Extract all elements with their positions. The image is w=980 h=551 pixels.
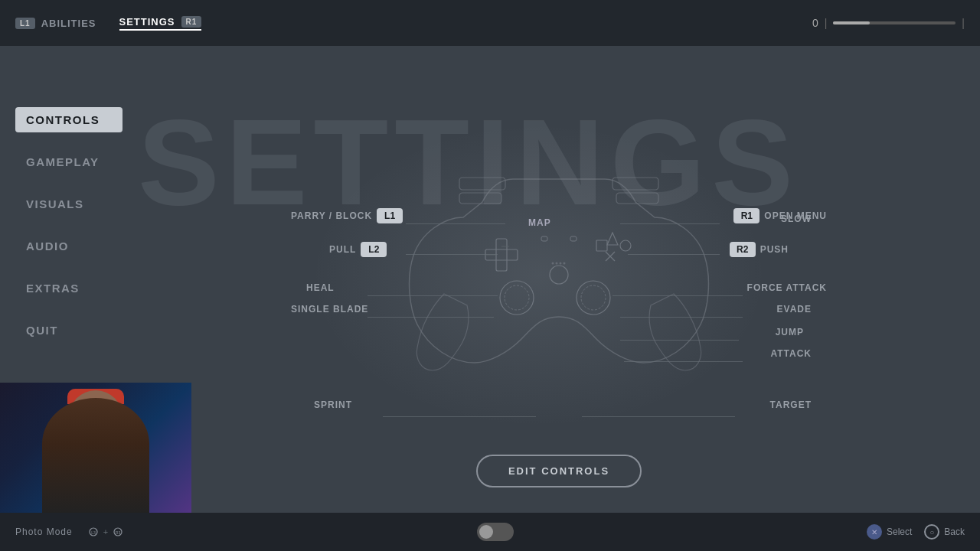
r3-icon: R3 <box>113 527 123 537</box>
photo-mode-label: Photo Mode <box>15 527 73 537</box>
label-sprint: SPRINT <box>314 397 352 411</box>
sidebar-item-visuals[interactable]: VISUALS <box>15 191 122 217</box>
toggle-container <box>477 523 514 541</box>
svg-point-13 <box>577 281 610 315</box>
controller-area: PARRY / BLOCK L1 PULL L2 HEAL SINGLE BLA… <box>291 95 827 447</box>
sidebar-item-extras[interactable]: EXTRAS <box>15 276 122 301</box>
svg-point-8 <box>620 240 631 251</box>
line-l1 <box>406 223 505 224</box>
main-content: PARRY / BLOCK L1 PULL L2 HEAL SINGLE BLA… <box>138 46 980 551</box>
svg-rect-21 <box>570 236 577 241</box>
r1-badge: R1 <box>733 208 760 223</box>
top-nav: L1 ABILITIES SETTINGS R1 0 | | <box>0 0 980 46</box>
svg-rect-20 <box>541 236 547 241</box>
score-value: 0 <box>812 17 818 29</box>
xp-bar <box>833 21 956 24</box>
label-push: R2 PUSH <box>730 242 789 257</box>
parry-block-text: PARRY / BLOCK <box>291 210 372 221</box>
sidebar-item-quit[interactable]: QUIT <box>15 318 122 343</box>
svg-rect-3 <box>616 193 658 204</box>
line-single-blade <box>368 317 494 318</box>
webcam-face <box>0 383 191 513</box>
label-single-blade: SINGLE BLADE <box>291 302 368 315</box>
line-attack <box>624 361 743 362</box>
slow-text: SLOW <box>781 214 812 224</box>
sidebar-item-gameplay[interactable]: GAMEPLAY <box>15 149 122 174</box>
l3-icon: L3 <box>88 527 99 537</box>
hint-back: ○ Back <box>924 524 965 540</box>
xp-bar-fill <box>833 21 870 24</box>
target-text: TARGET <box>770 399 812 410</box>
cross-icon: ✕ <box>867 524 882 540</box>
r2-badge: R2 <box>730 242 756 257</box>
attack-text: ATTACK <box>770 348 812 359</box>
svg-rect-1 <box>459 193 501 204</box>
svg-text:R3: R3 <box>116 530 121 535</box>
photo-mode-plus: + <box>103 527 108 536</box>
circle-icon: ○ <box>924 524 939 540</box>
settings-badge: R1 <box>181 16 202 28</box>
tab-settings[interactable]: SETTINGS R1 <box>119 16 202 31</box>
heal-text: HEAL <box>306 282 335 293</box>
sidebar-item-controls[interactable]: CONTROLS <box>15 107 122 132</box>
line-l2 <box>406 254 498 255</box>
nav-score-area: 0 | | <box>812 17 965 29</box>
svg-rect-4 <box>496 239 507 271</box>
photo-mode-toggle[interactable] <box>477 523 514 541</box>
line-jump <box>620 340 739 341</box>
svg-point-18 <box>560 262 562 264</box>
label-target: TARGET <box>770 397 812 411</box>
sidebar-item-audio[interactable]: AUDIO <box>15 233 122 259</box>
photo-mode-icons: L3 + R3 <box>88 527 123 537</box>
abilities-badge: L1 <box>15 18 35 29</box>
single-blade-text: SINGLE BLADE <box>291 304 368 315</box>
webcam-overlay <box>0 383 191 513</box>
svg-marker-6 <box>607 233 618 245</box>
hint-select-label: Select <box>887 527 912 537</box>
svg-point-16 <box>552 262 554 264</box>
line-r2 <box>628 254 720 255</box>
hint-select: ✕ Select <box>867 524 912 540</box>
sprint-text: SPRINT <box>314 399 352 410</box>
bottom-hints: ✕ Select ○ Back <box>867 524 965 540</box>
svg-point-17 <box>556 262 558 264</box>
force-attack-text: FORCE ATTACK <box>747 282 827 293</box>
svg-point-19 <box>564 262 566 264</box>
line-target <box>582 416 735 417</box>
push-text: PUSH <box>760 244 789 255</box>
toggle-knob <box>479 525 493 539</box>
line-r1 <box>620 223 720 224</box>
label-heal: HEAL <box>306 280 335 294</box>
label-jump: JUMP <box>776 324 804 338</box>
svg-point-11 <box>500 281 534 315</box>
svg-rect-7 <box>596 240 607 251</box>
pull-text: PULL <box>329 244 356 255</box>
settings-label: SETTINGS <box>119 16 175 28</box>
jump-text: JUMP <box>776 327 804 337</box>
bottom-bar: Photo Mode L3 + R3 ✕ Select ○ Back <box>0 513 980 551</box>
label-pull: PULL L2 <box>329 242 387 257</box>
label-slow: SLOW <box>781 211 812 225</box>
line-evade <box>620 317 743 318</box>
evade-text: EVADE <box>777 304 812 315</box>
line-heal <box>368 295 498 296</box>
line-sprint <box>383 416 536 417</box>
score-right-sep: | <box>962 17 965 29</box>
hint-back-label: Back <box>944 527 965 537</box>
controller-diagram <box>398 156 720 386</box>
edit-controls-button[interactable]: EDIT CONTROLS <box>476 455 642 487</box>
webcam-body <box>42 398 149 513</box>
score-separator: | <box>825 17 828 29</box>
label-force-attack: FORCE ATTACK <box>747 280 827 294</box>
abilities-label: ABILITIES <box>41 18 96 29</box>
line-force-attack <box>612 295 743 296</box>
label-attack: ATTACK <box>770 346 812 360</box>
l2-badge: L2 <box>361 242 387 257</box>
svg-text:L3: L3 <box>91 530 96 535</box>
label-evade: EVADE <box>777 302 812 315</box>
tab-abilities[interactable]: L1 ABILITIES <box>15 18 96 29</box>
label-parry-block: PARRY / BLOCK L1 <box>291 208 403 223</box>
svg-point-12 <box>505 285 529 310</box>
svg-point-15 <box>550 266 568 284</box>
svg-point-14 <box>581 285 606 310</box>
